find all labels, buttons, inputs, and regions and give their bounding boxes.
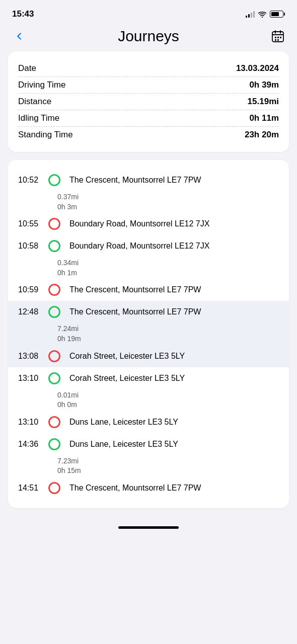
journey-row: 14:51The Crescent, Mountsorrel LE7 7PW bbox=[18, 477, 279, 499]
summary-value: 15.19mi bbox=[248, 97, 279, 107]
red-dot-icon bbox=[48, 284, 60, 296]
green-dot-icon bbox=[48, 306, 60, 318]
journey-time: 10:58 bbox=[18, 242, 44, 251]
journey-address: The Crescent, Mountsorrel LE7 7PW bbox=[69, 285, 279, 294]
journey-row: 12:48The Crescent, Mountsorrel LE7 7PW bbox=[8, 301, 289, 323]
page-title: Journeys bbox=[118, 28, 179, 45]
segment-distance: 0.01mi bbox=[57, 390, 279, 400]
journey-row: 13:08Corah Street, Leicester LE3 5LY bbox=[8, 345, 289, 367]
summary-label: Distance bbox=[18, 97, 51, 107]
journey-time: 13:10 bbox=[18, 374, 44, 383]
red-dot-icon bbox=[48, 350, 60, 362]
journey-address: The Crescent, Mountsorrel LE7 7PW bbox=[69, 484, 279, 493]
summary-row: Driving Time0h 39m bbox=[18, 77, 279, 94]
segment-info: 0.37mi0h 3m bbox=[18, 191, 279, 213]
journey-row: 13:10Duns Lane, Leicester LE3 5LY bbox=[18, 411, 279, 433]
svg-point-0 bbox=[262, 17, 263, 18]
journey-time: 12:48 bbox=[18, 307, 44, 316]
journey-time: 13:08 bbox=[18, 352, 44, 361]
segment-info: 0.01mi0h 0m bbox=[18, 389, 279, 411]
journey-address: Boundary Road, Mountsorrel LE12 7JX bbox=[69, 242, 279, 251]
journey-address: Duns Lane, Leicester LE3 5LY bbox=[69, 418, 279, 427]
home-indicator bbox=[0, 516, 297, 534]
svg-rect-9 bbox=[277, 39, 279, 41]
journey-time: 14:51 bbox=[18, 484, 44, 493]
journey-address: Corah Street, Leicester LE3 5LY bbox=[69, 352, 279, 361]
journey-row: 13:10Corah Street, Leicester LE3 5LY bbox=[18, 367, 279, 389]
summary-value: 13.03.2024 bbox=[236, 63, 279, 73]
svg-rect-5 bbox=[275, 37, 276, 38]
home-bar bbox=[118, 526, 179, 529]
journey-address: The Crescent, Mountsorrel LE7 7PW bbox=[69, 176, 279, 185]
summary-value: 0h 11m bbox=[249, 113, 279, 123]
summary-row: Distance15.19mi bbox=[18, 94, 279, 110]
green-dot-icon bbox=[48, 372, 60, 384]
green-dot-icon bbox=[48, 240, 60, 252]
nav-bar: Journeys bbox=[0, 25, 297, 51]
summary-row: Standing Time23h 20m bbox=[18, 127, 279, 143]
segment-duration: 0h 1m bbox=[57, 268, 279, 278]
segment-info: 7.24mi0h 19m bbox=[8, 323, 289, 345]
journey-address: Corah Street, Leicester LE3 5LY bbox=[69, 374, 279, 383]
segment-duration: 0h 0m bbox=[57, 400, 279, 410]
summary-label: Idling Time bbox=[18, 113, 59, 123]
summary-row: Idling Time0h 11m bbox=[18, 110, 279, 127]
svg-rect-7 bbox=[280, 37, 281, 38]
journey-address: Duns Lane, Leicester LE3 5LY bbox=[69, 440, 279, 449]
summary-label: Driving Time bbox=[18, 80, 65, 90]
wifi-icon bbox=[258, 11, 267, 18]
battery-icon bbox=[270, 11, 285, 18]
summary-label: Date bbox=[18, 63, 36, 73]
status-icons bbox=[246, 11, 285, 18]
journey-time: 13:10 bbox=[18, 418, 44, 427]
journey-address: Boundary Road, Mountsorrel LE12 7JX bbox=[69, 219, 279, 228]
journey-time: 10:52 bbox=[18, 176, 44, 185]
status-bar: 15:43 bbox=[0, 0, 297, 25]
segment-info: 7.23mi0h 15m bbox=[18, 455, 279, 477]
red-dot-icon bbox=[48, 482, 60, 494]
journey-row: 10:59The Crescent, Mountsorrel LE7 7PW bbox=[18, 279, 279, 301]
segment-info: 0.34mi0h 1m bbox=[18, 257, 279, 279]
journey-row: 10:55Boundary Road, Mountsorrel LE12 7JX bbox=[18, 213, 279, 235]
segment-duration: 0h 15m bbox=[57, 466, 279, 476]
summary-value: 0h 39m bbox=[249, 80, 279, 90]
red-dot-icon bbox=[48, 416, 60, 428]
calendar-button[interactable] bbox=[269, 27, 287, 45]
summary-value: 23h 20m bbox=[245, 130, 279, 140]
journey-time: 14:36 bbox=[18, 440, 44, 449]
signal-icon bbox=[246, 11, 255, 18]
svg-rect-6 bbox=[277, 37, 279, 38]
journey-row: 10:52The Crescent, Mountsorrel LE7 7PW bbox=[18, 169, 279, 191]
red-dot-icon bbox=[48, 218, 60, 230]
green-dot-icon bbox=[48, 438, 60, 450]
segment-duration: 0h 19m bbox=[57, 334, 289, 344]
segment-distance: 7.24mi bbox=[57, 324, 289, 334]
segment-duration: 0h 3m bbox=[57, 202, 279, 212]
svg-rect-8 bbox=[275, 39, 276, 41]
segment-distance: 7.23mi bbox=[57, 456, 279, 466]
summary-label: Standing Time bbox=[18, 130, 73, 140]
segment-distance: 0.34mi bbox=[57, 258, 279, 268]
summary-card: Date13.03.2024Driving Time0h 39mDistance… bbox=[8, 51, 289, 152]
segment-distance: 0.37mi bbox=[57, 192, 279, 202]
journey-address: The Crescent, Mountsorrel LE7 7PW bbox=[69, 307, 279, 316]
summary-row: Date13.03.2024 bbox=[18, 60, 279, 77]
journey-time: 10:59 bbox=[18, 285, 44, 294]
journey-time: 10:55 bbox=[18, 219, 44, 228]
journey-list-card: 10:52The Crescent, Mountsorrel LE7 7PW0.… bbox=[8, 160, 289, 508]
journey-row: 10:58Boundary Road, Mountsorrel LE12 7JX bbox=[18, 235, 279, 257]
journey-row: 14:36Duns Lane, Leicester LE3 5LY bbox=[18, 433, 279, 455]
green-dot-icon bbox=[48, 174, 60, 186]
back-button[interactable] bbox=[10, 27, 28, 45]
status-time: 15:43 bbox=[12, 9, 34, 19]
